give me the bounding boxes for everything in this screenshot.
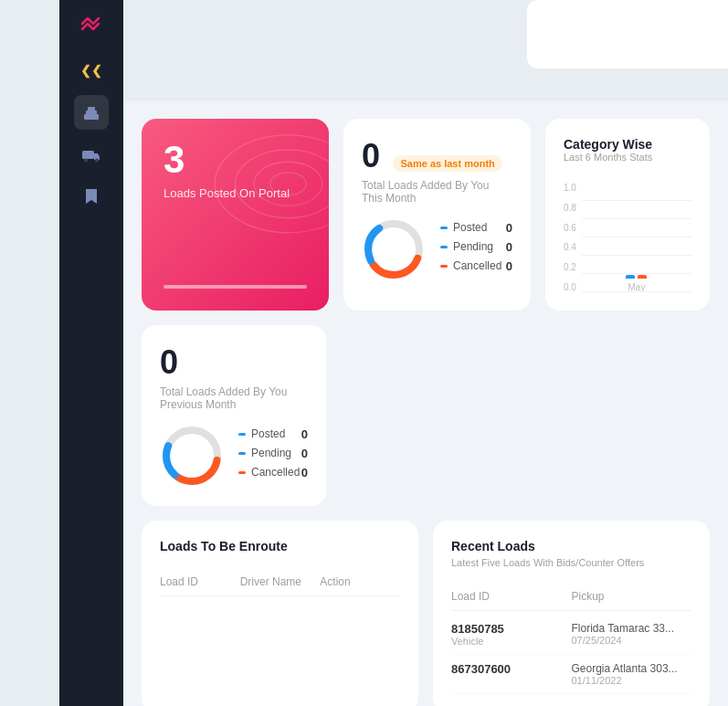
recent-pickup-place-2: Georgia Atlanta 303... xyxy=(572,662,692,675)
loads-posted-number: 3 xyxy=(164,141,307,179)
recent-loads-header: Load ID Pickup xyxy=(451,583,691,611)
recent-load-vehicle-1: Vehicle xyxy=(451,636,572,647)
bottom-section: Loads To Be Enroute Load ID Driver Name … xyxy=(142,521,710,706)
this-month-number: 0 xyxy=(362,137,380,174)
category-subtitle: Last 6 Months Stats xyxy=(564,152,691,163)
sidebar-item-collapse[interactable]: ❮❮ xyxy=(74,53,109,88)
recent-load-row-2: 867307600 Georgia Atlanta 303... 01/11/2… xyxy=(451,655,691,694)
prev-month-pending-row: Pending 0 xyxy=(238,447,308,460)
this-month-cancelled-row: Cancelled 0 xyxy=(440,259,512,273)
prev-month-donut xyxy=(160,424,224,488)
category-title: Category Wise xyxy=(564,137,691,152)
recent-col-pickup: Pickup xyxy=(572,590,692,603)
prev-pending-value: 0 xyxy=(301,447,308,460)
sidebar-logo xyxy=(77,9,106,38)
loads-posted-bar xyxy=(164,285,307,289)
cancelled-dot xyxy=(440,265,448,268)
chart-y-axis: 1.0 0.8 0.6 0.4 0.2 0.0 xyxy=(564,183,576,292)
prev-posted-dot xyxy=(238,433,246,436)
this-month-posted-row: Posted 0 xyxy=(440,221,512,235)
prev-cancelled-value: 0 xyxy=(301,466,308,479)
prev-month-number: 0 xyxy=(160,343,178,381)
svg-point-5 xyxy=(95,159,99,163)
col-action: Action xyxy=(320,575,400,588)
this-month-stat-list: Posted 0 Pending 0 Can xyxy=(440,221,512,279)
recent-load-id-2: 867307600 xyxy=(451,662,572,676)
loads-posted-card: 3 Loads Posted On Portal xyxy=(142,119,329,311)
sidebar-item-loads[interactable] xyxy=(74,95,109,130)
loads-enroute-header: Load ID Driver Name Action xyxy=(160,568,400,596)
prev-month-card: 0 Total Loads Added By You Previous Mont… xyxy=(142,325,326,506)
this-month-cancelled-value: 0 xyxy=(506,259,512,273)
this-month-posted-value: 0 xyxy=(506,221,512,235)
pending-dot xyxy=(440,246,448,248)
prev-pending-dot xyxy=(238,452,246,455)
same-as-last-badge: Same as last month xyxy=(393,155,501,172)
recent-loads-card: Recent Loads Latest Five Loads With Bids… xyxy=(433,521,710,706)
this-month-pending-row: Pending 0 xyxy=(440,240,512,254)
this-month-pending-value: 0 xyxy=(506,240,512,254)
content-area: 3 Loads Posted On Portal 0 Same as last … xyxy=(123,100,728,706)
loads-posted-label: Loads Posted On Portal xyxy=(164,186,307,200)
sidebar-item-bookmark[interactable] xyxy=(74,179,109,214)
recent-load-row-1: 81850785 Vehicle Florida Tamarac 33... 0… xyxy=(451,615,691,655)
this-month-subtitle: Total Loads Added By You This Month xyxy=(362,179,512,205)
prev-cancelled-dot xyxy=(238,471,246,474)
prev-posted-value: 0 xyxy=(301,427,308,441)
prev-month-posted-row: Posted 0 xyxy=(238,427,308,441)
col-load-id: Load ID xyxy=(160,575,240,588)
sidebar-item-truck[interactable] xyxy=(74,137,109,172)
posted-dot xyxy=(440,227,448,229)
recent-col-load-id: Load ID xyxy=(451,590,572,603)
prev-month-subtitle: Total Loads Added By You Previous Month xyxy=(160,385,308,411)
recent-loads-subtitle: Latest Five Loads With Bids/Counter Offe… xyxy=(451,557,691,568)
recent-pickup-place-1: Florida Tamarac 33... xyxy=(572,622,692,635)
prev-month-stat-list: Posted 0 Pending 0 Can xyxy=(238,427,308,485)
this-month-card: 0 Same as last month Total Loads Added B… xyxy=(343,119,531,311)
prev-month-cancelled-row: Cancelled 0 xyxy=(238,466,308,479)
category-card: Category Wise Last 6 Months Stats 1.0 0.… xyxy=(545,119,710,311)
recent-loads-title: Recent Loads xyxy=(451,539,691,553)
svg-point-4 xyxy=(84,159,88,163)
loads-enroute-title: Loads To Be Enroute xyxy=(160,539,400,553)
recent-load-id-1: 81850785 xyxy=(451,622,572,636)
svg-rect-2 xyxy=(88,107,95,111)
sidebar: ❮❮ xyxy=(59,0,123,706)
col-driver-name: Driver Name xyxy=(240,575,321,588)
recent-pickup-date-2: 01/11/2022 xyxy=(572,675,692,686)
loads-enroute-card: Loads To Be Enroute Load ID Driver Name … xyxy=(142,521,418,706)
recent-pickup-date-1: 07/25/2024 xyxy=(572,635,692,646)
this-month-donut xyxy=(362,217,426,281)
svg-rect-3 xyxy=(82,151,94,159)
